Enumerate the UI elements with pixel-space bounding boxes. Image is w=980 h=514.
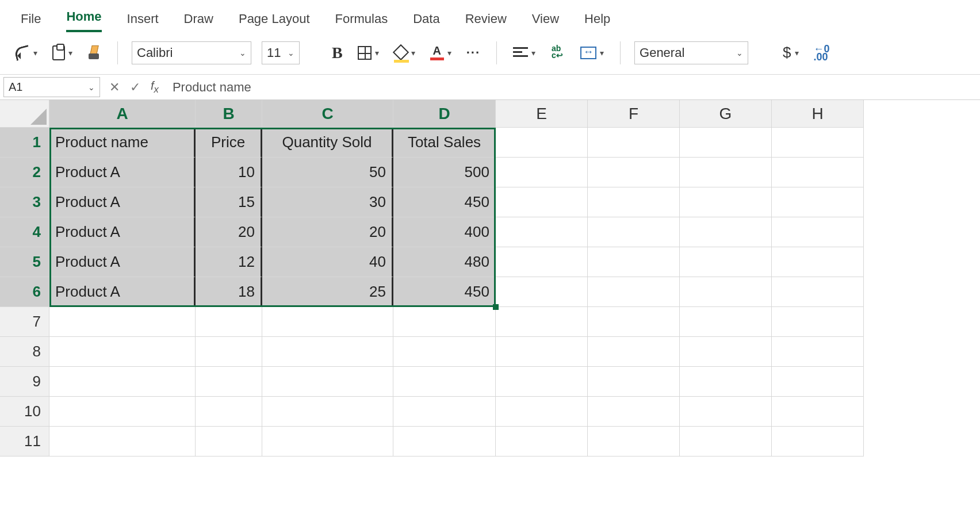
cell-G11[interactable]	[680, 427, 772, 457]
selection-fill-handle[interactable]	[493, 304, 499, 310]
row-header-4[interactable]: 4	[0, 217, 49, 247]
cell-D8[interactable]	[393, 337, 496, 367]
cell-E8[interactable]	[496, 337, 588, 367]
currency-format-button[interactable]: $ ▾	[780, 41, 801, 64]
font-size-select[interactable]: 11 ⌄	[262, 41, 300, 64]
cell-E3[interactable]	[496, 187, 588, 217]
cell-D1[interactable]: Total Sales	[393, 128, 496, 158]
cell-D11[interactable]	[393, 427, 496, 457]
more-font-button[interactable]: ···	[464, 43, 483, 63]
number-format-select[interactable]: General ⌄	[634, 41, 748, 64]
cell-F10[interactable]	[588, 397, 680, 427]
row-header-5[interactable]: 5	[0, 247, 49, 277]
cell-H10[interactable]	[772, 397, 864, 427]
fill-color-button[interactable]: ▾	[392, 44, 418, 62]
merge-center-button[interactable]: ▾	[578, 44, 606, 62]
cell-H11[interactable]	[772, 427, 864, 457]
clipboard-button[interactable]: ▾	[50, 43, 75, 63]
cell-H5[interactable]	[772, 247, 864, 277]
cell-G2[interactable]	[680, 158, 772, 187]
tab-review[interactable]: Review	[465, 11, 507, 32]
cell-F5[interactable]	[588, 247, 680, 277]
font-name-select[interactable]: Calibri ⌄	[132, 41, 251, 64]
cell-A1[interactable]: Product name	[49, 128, 196, 158]
cell-G8[interactable]	[680, 337, 772, 367]
increase-decimal-button[interactable]: ←0.00	[811, 43, 832, 63]
borders-button[interactable]: ▾	[355, 44, 381, 62]
col-header-C[interactable]: C	[262, 100, 393, 128]
cell-F3[interactable]	[588, 187, 680, 217]
row-header-3[interactable]: 3	[0, 187, 49, 217]
cell-F9[interactable]	[588, 367, 680, 397]
cell-G4[interactable]	[680, 217, 772, 247]
tab-insert[interactable]: Insert	[127, 11, 159, 32]
cell-E1[interactable]	[496, 128, 588, 158]
cell-A2[interactable]: Product A	[49, 158, 196, 187]
tab-file[interactable]: File	[21, 11, 41, 32]
row-header-11[interactable]: 11	[0, 427, 49, 457]
col-header-D[interactable]: D	[393, 100, 496, 128]
row-header-2[interactable]: 2	[0, 158, 49, 187]
cell-F2[interactable]	[588, 158, 680, 187]
cell-E11[interactable]	[496, 427, 588, 457]
cell-E2[interactable]	[496, 158, 588, 187]
cell-A8[interactable]	[49, 337, 196, 367]
tab-help[interactable]: Help	[584, 11, 610, 32]
cell-D10[interactable]	[393, 397, 496, 427]
cell-E9[interactable]	[496, 367, 588, 397]
cell-D2[interactable]: 500	[393, 158, 496, 187]
cell-A10[interactable]	[49, 397, 196, 427]
cell-B8[interactable]	[196, 337, 262, 367]
cell-F6[interactable]	[588, 277, 680, 307]
cell-C8[interactable]	[262, 337, 393, 367]
cell-A9[interactable]	[49, 367, 196, 397]
cell-A11[interactable]	[49, 427, 196, 457]
row-header-1[interactable]: 1	[0, 128, 49, 158]
cell-H7[interactable]	[772, 307, 864, 337]
cell-B11[interactable]	[196, 427, 262, 457]
cell-A6[interactable]: Product A	[49, 277, 196, 307]
cancel-icon[interactable]: ✕	[109, 80, 120, 95]
cell-D5[interactable]: 480	[393, 247, 496, 277]
cell-C1[interactable]: Quantity Sold	[262, 128, 393, 158]
bold-button[interactable]: B	[330, 41, 345, 64]
cell-F11[interactable]	[588, 427, 680, 457]
cell-C5[interactable]: 40	[262, 247, 393, 277]
tab-formulas[interactable]: Formulas	[335, 11, 388, 32]
cell-C6[interactable]: 25	[262, 277, 393, 307]
select-all-corner[interactable]	[0, 100, 49, 128]
formula-input[interactable]	[168, 75, 980, 99]
tab-page-layout[interactable]: Page Layout	[239, 11, 310, 32]
col-header-A[interactable]: A	[49, 100, 196, 128]
tab-draw[interactable]: Draw	[184, 11, 213, 32]
cell-B5[interactable]: 12	[196, 247, 262, 277]
cell-G10[interactable]	[680, 397, 772, 427]
format-painter-button[interactable]	[85, 43, 104, 63]
undo-button[interactable]: ▾	[13, 44, 40, 62]
cell-C3[interactable]: 30	[262, 187, 393, 217]
cell-C4[interactable]: 20	[262, 217, 393, 247]
cell-F7[interactable]	[588, 307, 680, 337]
cell-E6[interactable]	[496, 277, 588, 307]
cell-H3[interactable]	[772, 187, 864, 217]
cell-D7[interactable]	[393, 307, 496, 337]
cell-D6[interactable]: 450	[393, 277, 496, 307]
cell-B9[interactable]	[196, 367, 262, 397]
cell-A5[interactable]: Product A	[49, 247, 196, 277]
cell-C2[interactable]: 50	[262, 158, 393, 187]
row-header-9[interactable]: 9	[0, 367, 49, 397]
cell-E5[interactable]	[496, 247, 588, 277]
cell-H1[interactable]	[772, 128, 864, 158]
cell-E4[interactable]	[496, 217, 588, 247]
cell-E10[interactable]	[496, 397, 588, 427]
cell-E7[interactable]	[496, 307, 588, 337]
cell-B3[interactable]: 15	[196, 187, 262, 217]
cell-H8[interactable]	[772, 337, 864, 367]
cell-D9[interactable]	[393, 367, 496, 397]
row-header-6[interactable]: 6	[0, 277, 49, 307]
cell-F8[interactable]	[588, 337, 680, 367]
cell-B4[interactable]: 20	[196, 217, 262, 247]
font-color-button[interactable]: A ▾	[428, 43, 454, 63]
confirm-icon[interactable]: ✓	[130, 80, 140, 95]
cell-G1[interactable]	[680, 128, 772, 158]
